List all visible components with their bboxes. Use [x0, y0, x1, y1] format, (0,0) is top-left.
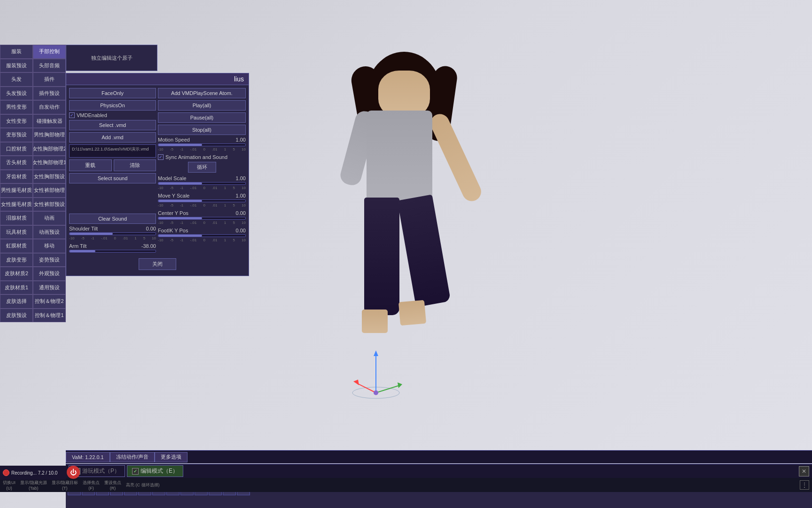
independent-edit-bar[interactable]: 独立编辑这个原子 — [66, 45, 157, 71]
sidebar-item-male-breast-physics[interactable]: 男性胸部物理 — [33, 128, 66, 142]
vam-version-btn[interactable]: VaM: 1.22.0.1 — [66, 452, 110, 462]
move-y-track[interactable] — [158, 199, 246, 202]
select-vmd-button[interactable]: Select .vmd — [69, 120, 156, 130]
model-scale-group: Model Scale 1.00 -10-5-1-.010.011510 — [158, 175, 246, 190]
hint-select-focus: 选择焦点 (F) — [83, 480, 100, 491]
motion-speed-value: 1.00 — [236, 137, 246, 143]
reload-button[interactable]: 重载 — [69, 159, 112, 171]
sidebar-item-skin-morph[interactable]: 皮肤变形 — [0, 253, 33, 267]
sidebar: 服装 手部控制 服装预设 头部音频 头发 插件 头发预设 插件预设 男性变形 自… — [0, 45, 66, 322]
svg-marker-6 — [398, 382, 402, 388]
sidebar-item-male-leg-hair[interactable]: 男性腿毛材质 — [0, 183, 33, 198]
sidebar-item-tongue-material[interactable]: 舌头材质 — [0, 156, 33, 170]
freeze-btn[interactable]: 冻结动作/声音 — [110, 452, 155, 462]
hint-highlight: 高亮 (C 循环选择) — [126, 482, 160, 488]
sidebar-item-control-physics1[interactable]: 控制＆物理1 — [33, 309, 66, 323]
footik-y-value: 0.00 — [236, 228, 246, 233]
slider-scale: -10-5-1-.010.011510 — [69, 236, 156, 240]
sidebar-item-head-audio[interactable]: 头部音频 — [33, 59, 66, 73]
arm-tilt-label: Arm Tilt — [69, 243, 86, 249]
select-sound-button[interactable]: Select sound — [69, 173, 156, 183]
sidebar-item-hair[interactable]: 头发 — [0, 72, 33, 87]
sidebar-item-female-leg-hair[interactable]: 女性腿毛材质 — [0, 198, 33, 212]
edit-mode-button[interactable]: ✓ 编辑模式（E） — [127, 465, 183, 477]
sidebar-item-control-physics2[interactable]: 控制＆物理2 — [33, 294, 66, 309]
center-y-value: 0.00 — [236, 210, 246, 216]
center-y-track[interactable] — [158, 217, 246, 220]
sidebar-item-clothing[interactable]: 服装 — [0, 45, 33, 59]
play-all-button[interactable]: Play(all) — [158, 100, 246, 111]
shoulder-tilt-track[interactable] — [69, 232, 156, 235]
motion-speed-track[interactable] — [158, 143, 246, 146]
pause-all-button[interactable]: Pause(all) — [158, 112, 246, 123]
independent-edit-label: 独立编辑这个原子 — [91, 55, 133, 62]
sidebar-item-hand-control[interactable]: 手部控制 — [33, 45, 66, 59]
more-options-btn[interactable]: 更多选项 — [155, 452, 187, 462]
add-vmd-button[interactable]: Add .vmd — [69, 132, 156, 143]
recording-bar: Recording... 7.2 / 10.0 — [0, 466, 66, 480]
loop-button[interactable]: 循环 — [188, 162, 216, 173]
sidebar-item-female-morph[interactable]: 女性变形 — [0, 114, 33, 128]
sidebar-item-plugin[interactable]: 插件 — [33, 72, 66, 87]
sidebar-item-female-breast-preset[interactable]: 女性胸部预设 — [33, 170, 66, 184]
filepath-display: D:\11\vam1.22.1.0\Saves\VMD\演示.vmd — [69, 144, 156, 158]
clear-sound-button[interactable]: Clear Sound — [69, 214, 156, 224]
sidebar-item-lacrimal-material[interactable]: 泪腺材质 — [0, 211, 33, 225]
svg-marker-2 — [374, 350, 378, 356]
clear-button[interactable]: 清除 — [114, 159, 156, 171]
move-y-group: Move Y Scale 1.00 -10-5-1-.010.011510 — [158, 193, 246, 207]
sidebar-item-skin-preset[interactable]: 皮肤预设 — [0, 309, 33, 323]
sidebar-item-skin-material1[interactable]: 皮肤材质1 — [0, 281, 33, 295]
sync-anim-checkbox[interactable]: ✓ — [158, 154, 164, 160]
sidebar-item-animation[interactable]: 动画 — [33, 211, 66, 225]
sidebar-item-auto-action[interactable]: 自发动作 — [33, 100, 66, 114]
motion-speed-label: Motion Speed — [158, 137, 190, 143]
move-y-scale: -10-5-1-.010.011510 — [158, 203, 246, 207]
sidebar-item-skin-material2[interactable]: 皮肤材质2 — [0, 267, 33, 281]
sidebar-item-female-breast1[interactable]: 女性胸部物理1 — [33, 156, 66, 170]
sidebar-item-female-pants-preset[interactable]: 女性裤部预设 — [33, 198, 66, 212]
sidebar-item-general-preset[interactable]: 通用预设 — [33, 281, 66, 295]
recording-label: Recording... 7.2 / 10.0 — [11, 470, 57, 476]
close-button[interactable]: 关闭 — [139, 258, 176, 270]
sidebar-item-pose-preset[interactable]: 姿势预设 — [33, 253, 66, 267]
sidebar-item-iris-material[interactable]: 虹膜材质 — [0, 239, 33, 253]
stop-all-button[interactable]: Stop(all) — [158, 125, 246, 135]
sidebar-item-appearance-preset[interactable]: 外观预设 — [33, 267, 66, 281]
model-scale-track[interactable] — [158, 182, 246, 185]
power-button[interactable]: ⏻ — [67, 466, 80, 479]
vmd-enabled-checkbox[interactable]: ✓ — [69, 112, 75, 118]
sidebar-item-morph-preset[interactable]: 变形预设 — [0, 128, 33, 142]
arm-tilt-track[interactable] — [69, 250, 156, 253]
sidebar-item-female-pants-physics[interactable]: 女性裤部物理 — [33, 183, 66, 198]
sidebar-item-mouth-material[interactable]: 口腔材质 — [0, 142, 33, 156]
footik-y-track[interactable] — [158, 234, 246, 237]
model-scale-scale: -10-5-1-.010.011510 — [158, 186, 246, 190]
sidebar-item-plugin-preset[interactable]: 插件预设 — [33, 87, 66, 101]
physics-on-button[interactable]: PhysicsOn — [69, 100, 156, 111]
sidebar-item-collision-trigger[interactable]: 碰撞触发器 — [33, 114, 66, 128]
hint-bar-menu[interactable]: ⋮ — [800, 480, 809, 490]
motion-speed-scale: -10-5-1-.010.011510 — [158, 147, 246, 151]
sidebar-item-female-breast2[interactable]: 女性胸部物理2 — [33, 142, 66, 156]
sidebar-item-teeth-material[interactable]: 牙齿材质 — [0, 170, 33, 184]
status-bar: VaM: 1.22.0.1 冻结动作/声音 更多选项 — [66, 450, 812, 463]
sidebar-item-skin-select[interactable]: 皮肤选择 — [0, 294, 33, 309]
character-viewport — [258, 42, 812, 463]
motion-speed-group: Motion Speed 1.00 -10-5-1-.010.011510 — [158, 137, 246, 151]
sidebar-item-toy-material[interactable]: 玩具材质 — [0, 225, 33, 239]
shoulder-tilt-label: Shoulder Tilt — [69, 226, 98, 231]
vmd-enabled-row: ✓ VMDEnabled — [69, 112, 156, 118]
sidebar-item-male-morph[interactable]: 男性变形 — [0, 100, 33, 114]
face-only-button[interactable]: FaceOnly — [69, 88, 156, 98]
close-x-button[interactable]: ✕ — [799, 466, 809, 476]
sidebar-item-hair-preset[interactable]: 头发预设 — [0, 87, 33, 101]
3d-axes — [348, 346, 404, 402]
main-panel: lius FaceOnly PhysicsOn ✓ VMDEnabled Se — [66, 73, 249, 276]
footik-y-scale: -10-5-1-.010.011510 — [158, 238, 246, 242]
sidebar-item-animation-preset[interactable]: 动画预设 — [33, 225, 66, 239]
sidebar-item-move[interactable]: 移动 — [33, 239, 66, 253]
add-scene-atom-button[interactable]: Add VMDPlayScene Atom. — [158, 88, 246, 98]
sidebar-item-clothing-preset[interactable]: 服装预设 — [0, 59, 33, 73]
edit-mode-label: 编辑模式（E） — [141, 467, 178, 475]
